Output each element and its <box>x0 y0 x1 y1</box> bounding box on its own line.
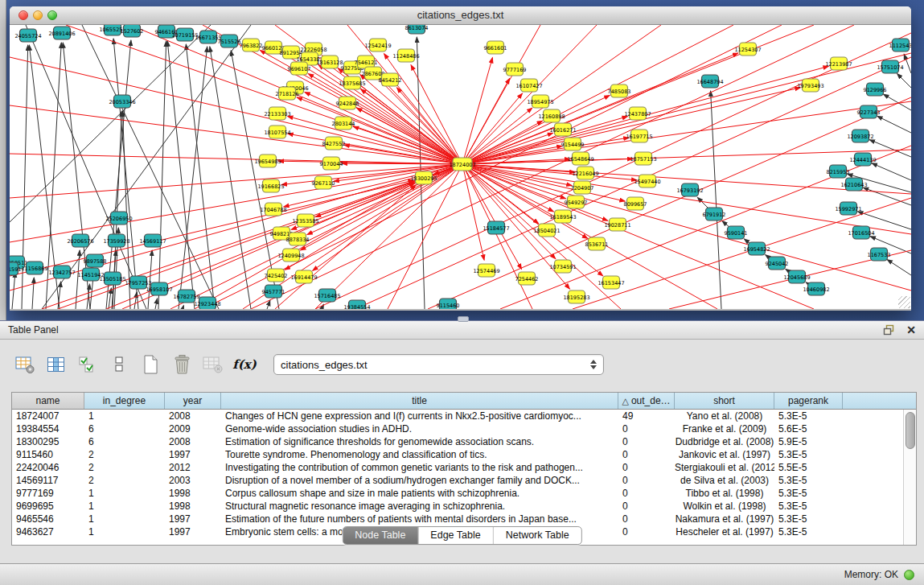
close-panel-icon[interactable]: ✕ <box>906 324 916 336</box>
graph-node[interactable]: 11254307 <box>734 43 761 56</box>
graph-node[interactable]: 12045689 <box>783 270 810 283</box>
graph-node[interactable]: 12542419 <box>364 39 391 51</box>
graph-node[interactable]: 8427552 <box>322 137 346 150</box>
graph-node[interactable]: 7204907 <box>571 181 594 194</box>
graph-node[interactable]: 7254462 <box>515 272 539 285</box>
graph-node[interactable]: 7515526 <box>218 35 241 47</box>
graph-node[interactable]: 11248486 <box>392 49 419 62</box>
graph-node[interactable]: 16648794 <box>696 75 723 88</box>
zoom-window-button[interactable] <box>47 10 57 20</box>
column-header-pagerank[interactable]: pagerank <box>774 393 843 409</box>
column-header-filler[interactable] <box>843 393 916 409</box>
graph-node[interactable]: 20053346 <box>109 95 135 108</box>
graph-node[interactable]: 16107427 <box>515 79 542 92</box>
graph-node[interactable]: 12213987 <box>825 57 852 70</box>
show-columns-icon[interactable] <box>44 354 68 375</box>
graph-node[interactable]: 18724007 <box>449 158 475 171</box>
vertical-scrollbar[interactable] <box>903 410 916 545</box>
graph-node[interactable]: 6791912 <box>703 208 726 220</box>
graph-node[interactable]: 9661601 <box>484 41 507 54</box>
graph-node[interactable]: 9154499 <box>561 138 585 150</box>
graph-node[interactable]: 18954975 <box>527 95 553 108</box>
tab-network-table[interactable]: Network Table <box>493 527 581 544</box>
graph-node[interactable]: 12444139 <box>849 153 876 166</box>
graph-node[interactable]: 12574469 <box>473 264 499 277</box>
column-header-in_degree[interactable]: in_degree <box>84 393 165 409</box>
graph-node[interactable]: 8613074 <box>405 25 429 34</box>
graph-node[interactable]: 10734591 <box>549 260 576 273</box>
graph-node[interactable]: 8454212 <box>379 73 402 86</box>
table-row[interactable]: 911546021997Tourette syndrome. Phenomeno… <box>12 448 903 461</box>
graph-node[interactable]: 16016271 <box>549 123 576 136</box>
graph-node[interactable]: 24055724 <box>14 29 41 42</box>
graph-node[interactable]: 15992971 <box>835 202 861 215</box>
graph-node[interactable]: 12409948 <box>277 249 304 262</box>
graph-node[interactable]: 12342757 <box>48 266 75 278</box>
graph-node[interactable]: 9777169 <box>503 63 527 76</box>
graph-node[interactable]: 9696107 <box>288 62 311 75</box>
graph-node[interactable]: 20206576 <box>67 234 93 247</box>
graph-node[interactable]: 19166825 <box>257 179 284 192</box>
graph-node[interactable]: 8536711 <box>585 237 609 250</box>
scrollbar-thumb[interactable] <box>906 412 915 449</box>
graph-node[interactable]: 8215953 <box>827 165 850 178</box>
graph-node[interactable]: 15716485 <box>314 289 340 302</box>
graph-node[interactable]: 14569117 <box>139 234 166 247</box>
graph-node[interactable]: 9897588 <box>84 254 107 267</box>
graph-node[interactable]: 9245042 <box>766 257 789 270</box>
row-height-icon[interactable] <box>107 354 131 375</box>
graph-node[interactable]: 12216049 <box>572 167 598 179</box>
table-row[interactable]: 1872400712008Changes of HCN gene express… <box>12 410 903 422</box>
table-row[interactable]: 946554611997Estimation of the future num… <box>12 513 903 525</box>
graph-node[interactable]: 12160898 <box>538 109 565 122</box>
tab-edge-table[interactable]: Edge Table <box>417 527 492 544</box>
panel-divider-handle[interactable] <box>458 316 469 322</box>
graph-node[interactable]: 19384554 <box>343 300 370 309</box>
window-titlebar[interactable]: citations_edges.txt <box>10 6 911 25</box>
graph-node[interactable]: 16793192 <box>676 183 703 196</box>
graph-node[interactable]: 19654985 <box>254 154 281 167</box>
graph-node[interactable]: 20891406 <box>48 27 75 39</box>
graph-node[interactable]: 16189543 <box>549 210 576 223</box>
table-row[interactable]: 1938455462009Genome-wide association stu… <box>12 422 903 435</box>
graph-node[interactable]: 18504021 <box>533 224 560 237</box>
graph-node[interactable]: 19793493 <box>797 79 823 92</box>
graph-node[interactable]: 7485083 <box>608 84 631 97</box>
graph-node[interactable]: 18195283 <box>563 290 589 303</box>
graph-node[interactable]: 9170044 <box>320 157 343 170</box>
graph-node[interactable]: 9227343 <box>857 105 881 118</box>
graph-node[interactable]: 9115460 <box>437 299 460 309</box>
table-selector-dropdown[interactable]: citations_edges.txt <box>273 354 604 375</box>
graph-node[interactable]: 16153447 <box>598 276 624 289</box>
graph-node[interactable]: 17359928 <box>103 234 129 247</box>
column-header-out_degree[interactable]: △out_de… <box>618 393 675 409</box>
window-resize-grip[interactable] <box>898 296 910 308</box>
column-header-title[interactable]: title <box>221 393 618 409</box>
graph-node[interactable]: 2718126 <box>276 87 299 100</box>
create-table-icon[interactable] <box>138 354 162 375</box>
graph-node[interactable]: 18107554 <box>264 126 290 138</box>
table-settings-icon[interactable] <box>13 354 37 375</box>
graph-node[interactable]: 1527602 <box>121 25 144 37</box>
column-header-year[interactable]: year <box>165 393 221 409</box>
close-window-button[interactable] <box>18 10 28 20</box>
float-panel-icon[interactable] <box>883 324 895 336</box>
graph-node[interactable]: 16914479 <box>290 270 317 283</box>
graph-node[interactable]: 9590141 <box>725 226 748 239</box>
graph-node[interactable]: 18757153 <box>630 152 656 165</box>
minimize-window-button[interactable] <box>33 10 43 20</box>
graph-node[interactable]: 8099657 <box>624 197 647 210</box>
column-header-short[interactable]: short <box>675 393 774 409</box>
graph-node[interactable]: 7425402 <box>265 269 288 282</box>
graph-node[interactable]: 12437807 <box>624 107 651 120</box>
graph-node[interactable]: 9267110 <box>312 176 335 189</box>
graph-node[interactable]: 10460982 <box>803 282 829 295</box>
graph-node[interactable]: 8878334 <box>286 233 310 245</box>
graph-node[interactable]: 15497440 <box>634 175 660 187</box>
table-row[interactable]: 2242004622012Investigating the contribut… <box>12 461 903 474</box>
graph-node[interactable]: 19028711 <box>604 218 630 231</box>
column-header-name[interactable]: name <box>12 393 84 409</box>
graph-node[interactable]: 9129966 <box>864 83 887 96</box>
graph-node[interactable]: 7963822 <box>240 39 263 51</box>
graph-node[interactable]: 9549297 <box>565 196 588 208</box>
